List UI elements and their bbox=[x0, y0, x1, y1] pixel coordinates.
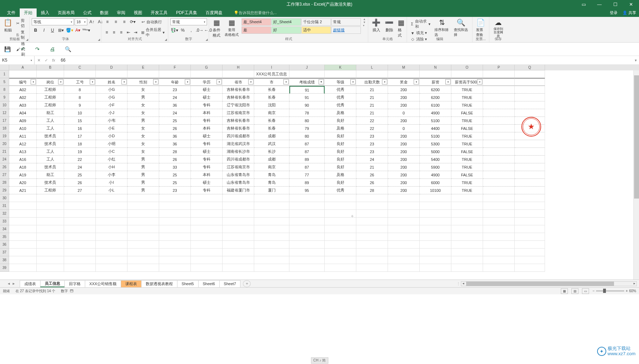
cell[interactable]: A02 bbox=[9, 94, 37, 101]
view-layout-button[interactable]: ▤ bbox=[571, 288, 578, 294]
cell[interactable] bbox=[515, 70, 545, 78]
cell[interactable] bbox=[420, 218, 451, 225]
cell[interactable] bbox=[356, 194, 388, 202]
cell[interactable] bbox=[191, 249, 223, 256]
cell[interactable] bbox=[9, 218, 37, 225]
cell[interactable] bbox=[191, 70, 223, 78]
cell[interactable]: 36 bbox=[159, 140, 191, 148]
cell[interactable] bbox=[289, 210, 325, 218]
cell[interactable]: 本科 bbox=[191, 125, 223, 132]
cell[interactable] bbox=[191, 194, 223, 202]
cell[interactable]: 青岛 bbox=[254, 179, 289, 187]
cell[interactable] bbox=[356, 249, 388, 256]
cell[interactable] bbox=[127, 256, 159, 264]
style-normal[interactable]: 常规 bbox=[331, 18, 361, 26]
cell[interactable] bbox=[254, 233, 289, 241]
filter-button[interactable]: ▾ bbox=[414, 79, 419, 84]
cell[interactable]: 28 bbox=[356, 187, 388, 194]
cell[interactable] bbox=[159, 241, 191, 249]
cell[interactable]: 助工 bbox=[37, 109, 64, 117]
table-format-button[interactable]: ▦套用 表格格式 bbox=[223, 18, 240, 38]
cell[interactable]: 江苏省南京市 bbox=[223, 163, 254, 171]
sheet-tab[interactable]: 田字格 bbox=[64, 280, 85, 287]
cell[interactable] bbox=[37, 249, 64, 256]
cell[interactable]: A02 bbox=[9, 86, 37, 94]
percent-button[interactable]: % bbox=[179, 27, 187, 34]
invoice-check-button[interactable]: 📄发票查验 bbox=[475, 18, 487, 38]
cell[interactable]: 4400 bbox=[420, 125, 451, 132]
cell[interactable] bbox=[289, 233, 325, 241]
zoom-slider[interactable] bbox=[596, 290, 624, 291]
cell[interactable] bbox=[451, 249, 483, 256]
cell[interactable]: 89 bbox=[289, 156, 325, 163]
cell[interactable] bbox=[388, 249, 420, 256]
zoom-value[interactable]: 60% bbox=[629, 289, 636, 293]
cell[interactable]: 6000 bbox=[420, 179, 451, 187]
cell[interactable] bbox=[96, 241, 127, 249]
style-bad-sheet4[interactable]: 差_Sheet4 bbox=[242, 18, 271, 26]
styles-up-icon[interactable]: ▲ bbox=[363, 18, 366, 21]
cell[interactable]: 良好 bbox=[325, 148, 356, 156]
font-size-combo[interactable]: 18▾ bbox=[75, 18, 87, 25]
dialog-launcher-icon[interactable]: ◢ bbox=[98, 38, 100, 41]
close-icon[interactable]: ✕ bbox=[623, 0, 639, 8]
cell[interactable] bbox=[96, 210, 127, 218]
cell[interactable] bbox=[191, 210, 223, 218]
cell[interactable] bbox=[483, 163, 515, 171]
cell[interactable]: 女 bbox=[127, 125, 159, 132]
cell[interactable] bbox=[515, 94, 545, 101]
cell[interactable]: 26 bbox=[159, 156, 191, 163]
cell[interactable]: 山东省青岛市 bbox=[223, 171, 254, 179]
cell[interactable] bbox=[420, 194, 451, 202]
tab-nav-prev-icon[interactable]: ◄ bbox=[7, 282, 11, 285]
phonetic-button[interactable]: ᵂᵉⁿ▾ bbox=[82, 27, 90, 34]
cell[interactable]: 95 bbox=[289, 187, 325, 194]
cell[interactable]: 小F bbox=[96, 101, 127, 109]
cell[interactable] bbox=[356, 264, 388, 272]
style-bad[interactable]: 差 bbox=[242, 26, 271, 34]
row-header[interactable]: 12 bbox=[0, 109, 9, 117]
cell[interactable] bbox=[289, 218, 325, 225]
cell[interactable]: 四川省成都市 bbox=[223, 132, 254, 140]
cell[interactable]: TRUE bbox=[451, 156, 483, 163]
cell[interactable]: 18 bbox=[64, 140, 96, 148]
cell[interactable]: 24 bbox=[159, 94, 191, 101]
tab-baidu[interactable]: 百度网盘 bbox=[201, 8, 227, 17]
cell[interactable] bbox=[388, 264, 420, 272]
sheet-tab[interactable]: 课程表 bbox=[121, 280, 142, 287]
cell[interactable] bbox=[515, 117, 545, 125]
cell[interactable]: 200 bbox=[388, 156, 420, 163]
cell[interactable] bbox=[223, 218, 254, 225]
cell[interactable] bbox=[127, 233, 159, 241]
cell[interactable]: 6100 bbox=[420, 101, 451, 109]
cell[interactable]: 及格 bbox=[325, 125, 356, 132]
cell[interactable]: 23 bbox=[356, 148, 388, 156]
tab-view[interactable]: 视图 bbox=[130, 8, 146, 17]
filter-button[interactable]: ▾ bbox=[445, 79, 451, 84]
cell[interactable]: 技术员 bbox=[37, 163, 64, 171]
align-center-button[interactable]: ≡ bbox=[111, 29, 118, 36]
tab-formula[interactable]: 公式 bbox=[79, 8, 96, 17]
cell[interactable]: 湖北省武汉市 bbox=[223, 140, 254, 148]
row-header[interactable]: 37 bbox=[0, 249, 9, 256]
cell[interactable]: 长春 bbox=[254, 117, 289, 125]
cell[interactable]: A13 bbox=[9, 148, 37, 156]
cell[interactable]: 25 bbox=[159, 171, 191, 179]
cell[interactable] bbox=[515, 233, 545, 241]
cell[interactable] bbox=[127, 264, 159, 272]
cell[interactable] bbox=[451, 264, 483, 272]
cell[interactable]: 200 bbox=[388, 117, 420, 125]
sheet-tab[interactable]: Sheet5 bbox=[177, 280, 199, 287]
cell[interactable]: 小D bbox=[96, 132, 127, 140]
cell[interactable] bbox=[515, 156, 545, 163]
cell[interactable] bbox=[515, 163, 545, 171]
sort-filter-button[interactable]: ⇅排序和筛选 bbox=[433, 18, 451, 38]
header-cell[interactable]: 奖金▾ bbox=[388, 78, 420, 86]
cell[interactable] bbox=[420, 233, 451, 241]
cell[interactable]: 22 bbox=[64, 156, 96, 163]
cell[interactable]: 及格 bbox=[325, 109, 356, 117]
cell[interactable]: TRUE bbox=[451, 94, 483, 101]
ribbon-options-icon[interactable]: ▭ bbox=[576, 0, 591, 8]
cell[interactable] bbox=[127, 70, 159, 78]
cell[interactable]: 良好 bbox=[325, 179, 356, 187]
